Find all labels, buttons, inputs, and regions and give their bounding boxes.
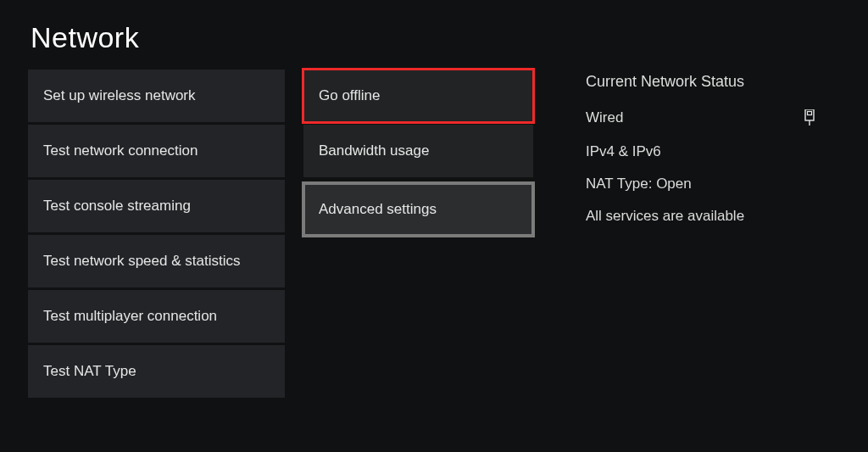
test-nat-button[interactable]: Test NAT Type	[28, 345, 285, 398]
test-speed-button[interactable]: Test network speed & statistics	[28, 235, 285, 287]
services-status: All services are available	[586, 208, 816, 225]
network-layout: Set up wireless network Test network con…	[0, 70, 868, 398]
nat-type: NAT Type: Open	[586, 176, 816, 193]
button-label: Test multiplayer connection	[43, 308, 217, 325]
button-label: Bandwidth usage	[319, 142, 429, 159]
setup-wireless-button[interactable]: Set up wireless network	[28, 70, 285, 122]
status-title: Current Network Status	[586, 73, 816, 91]
go-offline-button[interactable]: Go offline	[303, 70, 533, 122]
button-label: Advanced settings	[319, 201, 437, 218]
ip-protocol: IPv4 & IPv6	[586, 143, 816, 160]
advanced-settings-button[interactable]: Advanced settings	[303, 183, 533, 236]
button-label: Test network speed & statistics	[43, 253, 240, 270]
page-title: Network	[31, 21, 868, 54]
button-label: Test network connection	[43, 142, 198, 159]
primary-options-column: Set up wireless network Test network con…	[28, 70, 285, 398]
button-label: Test console streaming	[43, 198, 191, 215]
secondary-options-column: Go offline Bandwidth usage Advanced sett…	[303, 70, 533, 236]
button-label: Go offline	[319, 87, 380, 104]
bandwidth-usage-button[interactable]: Bandwidth usage	[303, 125, 533, 177]
svg-rect-1	[808, 112, 812, 115]
test-multiplayer-button[interactable]: Test multiplayer connection	[28, 290, 285, 343]
button-label: Set up wireless network	[43, 87, 196, 104]
connection-type-value: Wired	[586, 109, 623, 126]
ethernet-icon	[803, 109, 816, 126]
button-label: Test NAT Type	[43, 363, 136, 380]
network-status-panel: Current Network Status Wired IPv4 & IPv6…	[552, 70, 823, 240]
connection-type-row: Wired	[586, 109, 816, 126]
test-streaming-button[interactable]: Test console streaming	[28, 180, 285, 232]
test-connection-button[interactable]: Test network connection	[28, 125, 285, 177]
